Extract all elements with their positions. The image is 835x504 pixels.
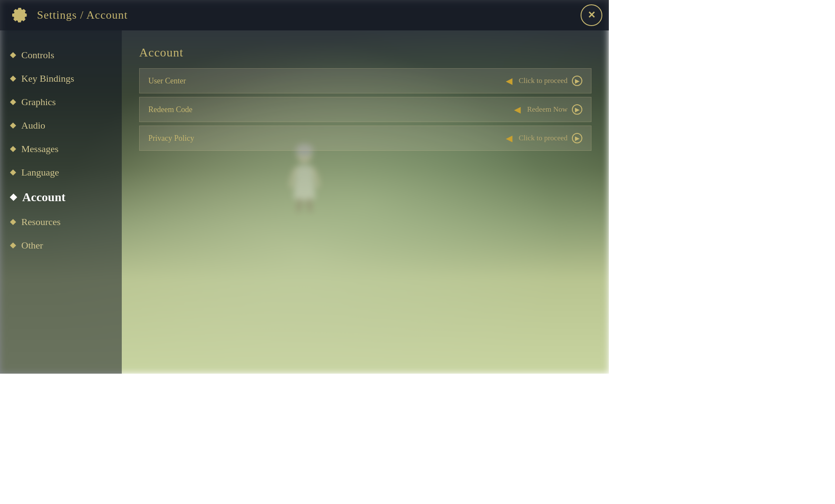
gear-icon	[9, 4, 30, 26]
diamond-icon	[10, 146, 16, 152]
close-button[interactable]: ✕	[581, 4, 602, 26]
redeem-code-action: Redeem Now	[527, 105, 568, 114]
sidebar-item-graphics[interactable]: Graphics	[0, 90, 122, 114]
sidebar-label-messages: Messages	[21, 143, 59, 155]
diamond-icon	[10, 99, 16, 105]
user-center-label: User Center	[148, 76, 499, 86]
sidebar: Controls Key Bindings Graphics Audio Mes…	[0, 30, 122, 374]
header: Settings / Account ✕	[0, 0, 609, 30]
row-arrow-icon: ◀	[506, 76, 512, 86]
header-title: Settings / Account	[37, 9, 128, 22]
diamond-icon	[10, 123, 16, 129]
sidebar-item-other[interactable]: Other	[0, 234, 122, 257]
row-arrow-icon: ◀	[514, 104, 521, 115]
sidebar-item-messages[interactable]: Messages	[0, 137, 122, 161]
sidebar-label-language: Language	[21, 167, 59, 178]
user-center-row[interactable]: User Center ◀ Click to proceed ▶	[139, 68, 591, 93]
sidebar-item-key-bindings[interactable]: Key Bindings	[0, 67, 122, 90]
diamond-icon	[10, 52, 16, 58]
sidebar-label-key-bindings: Key Bindings	[21, 73, 74, 84]
sidebar-label-resources: Resources	[21, 216, 60, 228]
sidebar-item-resources[interactable]: Resources	[0, 210, 122, 234]
sidebar-label-graphics: Graphics	[21, 96, 56, 108]
redeem-code-label: Redeem Code	[148, 105, 508, 114]
proceed-arrow: ▶	[572, 133, 582, 143]
diamond-icon	[10, 76, 16, 82]
section-title: Account	[139, 46, 591, 60]
privacy-policy-label: Privacy Policy	[148, 134, 499, 143]
proceed-arrow: ▶	[572, 76, 582, 86]
sidebar-item-language[interactable]: Language	[0, 161, 122, 184]
sidebar-item-audio[interactable]: Audio	[0, 114, 122, 137]
sidebar-label-other: Other	[21, 240, 43, 251]
sidebar-item-controls[interactable]: Controls	[0, 43, 122, 67]
sidebar-item-account[interactable]: Account	[0, 184, 122, 210]
proceed-arrow: ▶	[572, 104, 582, 115]
user-center-action: Click to proceed	[519, 76, 568, 85]
diamond-icon	[10, 169, 16, 176]
diamond-icon	[10, 242, 16, 249]
sidebar-label-controls: Controls	[21, 50, 54, 61]
diamond-icon-active	[10, 194, 17, 201]
main-content: Account User Center ◀ Click to proceed ▶…	[122, 30, 609, 374]
redeem-code-row[interactable]: Redeem Code ◀ Redeem Now ▶	[139, 97, 591, 122]
row-arrow-icon: ◀	[506, 133, 512, 143]
privacy-policy-row[interactable]: Privacy Policy ◀ Click to proceed ▶	[139, 126, 591, 151]
privacy-policy-action: Click to proceed	[519, 134, 568, 143]
diamond-icon	[10, 219, 16, 225]
sidebar-label-audio: Audio	[21, 120, 45, 131]
sidebar-label-account: Account	[22, 190, 66, 204]
